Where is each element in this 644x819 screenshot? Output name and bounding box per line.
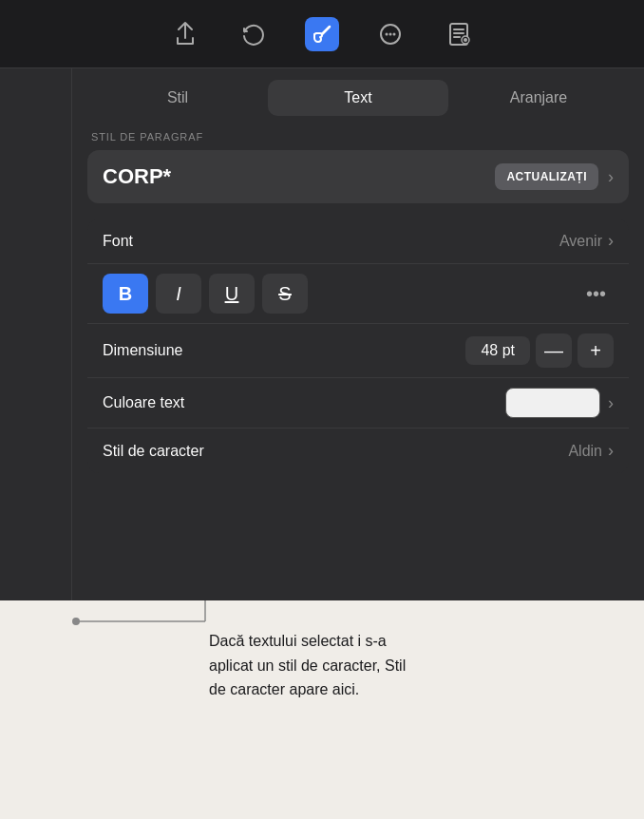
size-decrease-button[interactable]: — bbox=[536, 333, 572, 368]
font-value: Avenir › bbox=[559, 231, 614, 251]
char-style-row[interactable]: Stil de caracter Aldin › bbox=[87, 429, 629, 473]
tab-aranjare[interactable]: Aranjare bbox=[448, 80, 629, 116]
size-controls: 48 pt — + bbox=[465, 333, 614, 368]
size-value: 48 pt bbox=[465, 336, 530, 365]
font-style-row: B I U S ••• bbox=[87, 264, 629, 324]
callout-area: Dacă textului selectat i s-a aplicat un … bbox=[0, 600, 644, 819]
paragraph-style-card: CORP* ACTUALIZAȚI › bbox=[87, 150, 629, 203]
svg-point-3 bbox=[393, 32, 396, 35]
update-button[interactable]: ACTUALIZAȚI bbox=[495, 163, 598, 190]
underline-button[interactable]: U bbox=[209, 274, 255, 314]
size-row: Dimensiune 48 pt — + bbox=[87, 324, 629, 378]
color-label: Culoare text bbox=[103, 394, 184, 411]
paragraph-style-chevron[interactable]: › bbox=[608, 167, 614, 187]
tab-bar: Stil Text Aranjare bbox=[72, 68, 644, 116]
italic-button[interactable]: I bbox=[156, 274, 201, 314]
paintbrush-icon[interactable] bbox=[305, 17, 339, 51]
more-icon[interactable] bbox=[373, 17, 407, 51]
style-name: CORP* bbox=[103, 164, 171, 189]
callout-text-container: Dacă textului selectat i s-a aplicat un … bbox=[209, 629, 406, 702]
paragraph-style-label: STIL DE PARAGRAF bbox=[87, 131, 629, 143]
book-icon[interactable] bbox=[442, 17, 476, 51]
color-swatch[interactable] bbox=[505, 388, 600, 418]
char-style-label: Stil de caracter bbox=[103, 443, 204, 460]
size-increase-button[interactable]: + bbox=[578, 333, 614, 368]
svg-point-1 bbox=[386, 32, 388, 35]
share-icon[interactable] bbox=[168, 17, 202, 51]
tab-text[interactable]: Text bbox=[268, 80, 448, 116]
svg-point-9 bbox=[72, 618, 80, 625]
font-label: Font bbox=[103, 233, 133, 250]
color-chevron: › bbox=[608, 393, 614, 413]
card-right: ACTUALIZAȚI › bbox=[495, 163, 614, 190]
char-style-value: Aldin › bbox=[568, 441, 614, 461]
strikethrough-button[interactable]: S bbox=[262, 274, 308, 314]
callout-connector bbox=[72, 600, 262, 638]
more-style-button[interactable]: ••• bbox=[578, 279, 614, 309]
tab-stil[interactable]: Stil bbox=[87, 80, 268, 116]
font-chevron: › bbox=[608, 231, 614, 251]
font-settings-card: Font Avenir › B I U S ••• Dimensiune 48 … bbox=[87, 219, 629, 473]
size-label: Dimensiune bbox=[103, 342, 182, 359]
font-row[interactable]: Font Avenir › bbox=[87, 219, 629, 264]
svg-point-6 bbox=[464, 38, 467, 42]
char-style-chevron: › bbox=[608, 441, 614, 461]
svg-point-2 bbox=[389, 32, 392, 35]
callout-text: Dacă textului selectat i s-a aplicat un … bbox=[209, 629, 406, 702]
color-row[interactable]: Culoare text › bbox=[87, 378, 629, 429]
toolbar bbox=[0, 0, 644, 68]
content-area: STIL DE PARAGRAF CORP* ACTUALIZAȚI › Fon… bbox=[72, 116, 644, 488]
bold-button[interactable]: B bbox=[103, 274, 148, 314]
undo-icon[interactable] bbox=[237, 17, 271, 51]
